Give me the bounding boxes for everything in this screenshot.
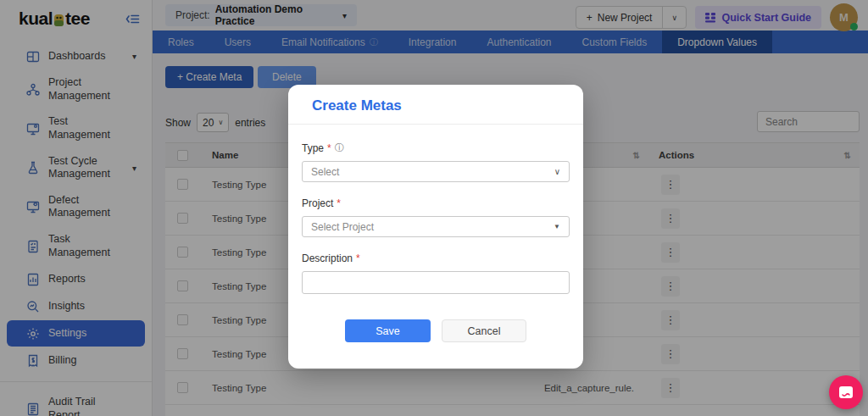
modal-title: Create Metas (312, 97, 559, 114)
cancel-button[interactable]: Cancel (442, 319, 526, 342)
chat-widget-button[interactable] (829, 375, 863, 409)
project-select-value: Select Project (311, 221, 374, 233)
type-select[interactable]: Select ∨ (302, 161, 570, 182)
chevron-down-icon: ∨ (554, 167, 560, 176)
required-marker: * (356, 252, 360, 264)
description-input[interactable] (302, 271, 570, 294)
required-marker: * (327, 142, 331, 154)
required-marker: * (337, 197, 341, 209)
modal-body: Type * ⓘ Select ∨ Project * Select Proje… (288, 125, 583, 342)
caret-down-icon: ▼ (554, 223, 560, 230)
info-icon[interactable]: ⓘ (335, 141, 344, 154)
project-label-text: Project (302, 197, 333, 209)
modal-buttons: Save Cancel (302, 319, 570, 342)
app-window: kual tee Dashboards ▾ (0, 0, 868, 416)
description-label-text: Description (302, 252, 353, 264)
save-button[interactable]: Save (345, 319, 431, 342)
type-select-value: Select (311, 166, 339, 178)
chat-icon (838, 385, 854, 400)
project-select[interactable]: Select Project ▼ (302, 216, 570, 237)
description-field-label: Description * (302, 252, 570, 264)
type-field-label: Type * ⓘ (302, 141, 570, 154)
project-field-label: Project * (302, 197, 570, 209)
type-label-text: Type (302, 142, 324, 154)
modal-header: Create Metas (288, 85, 583, 125)
create-metas-modal: Create Metas Type * ⓘ Select ∨ Project *… (288, 85, 583, 369)
